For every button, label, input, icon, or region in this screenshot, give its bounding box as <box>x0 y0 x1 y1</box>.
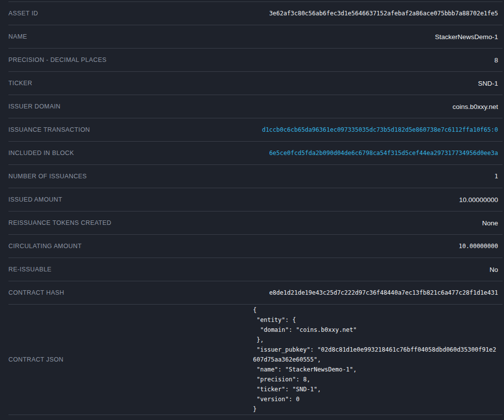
row-precision-decimal-places: PRECISION - DECIMAL PLACES8 <box>8 49 503 72</box>
row-label: CONTRACT HASH <box>8 289 64 296</box>
row-label: ISSUED AMOUNT <box>8 196 62 203</box>
row-asset-id: ASSET ID3e62af3c80c56ab6fec3d1e564663715… <box>8 2 503 25</box>
row-label: NUMBER OF ISSUANCES <box>8 173 87 180</box>
row-value: 10.00000000 <box>459 196 503 204</box>
row-label: ISSUER DOMAIN <box>8 103 60 110</box>
row-value: 1 <box>495 173 503 180</box>
row-number-of-issuances: NUMBER OF ISSUANCES1 <box>8 165 503 188</box>
row-value: None <box>482 219 503 227</box>
row-label: CONTRACT JSON <box>8 356 63 363</box>
row-value: 3e62af3c80c56ab6fec3d1e5646637152afebaf2… <box>269 10 503 17</box>
row-label: RE-ISSUABLE <box>8 266 51 273</box>
row-reissuance-tokens-created: REISSUANCE TOKENS CREATEDNone <box>8 211 503 235</box>
row-label: ASSET ID <box>8 10 38 17</box>
row-circulating-amount: CIRCULATING AMOUNT10.00000000 <box>8 235 503 258</box>
row-contract-hash: CONTRACT HASHe8de1d21de19e43c25d7c222d97… <box>8 281 503 305</box>
asset-details-table: ASSET ID3e62af3c80c56ab6fec3d1e564663715… <box>8 1 503 415</box>
included-in-block-link[interactable]: 6e5ce0fcd5fda2b090d04de6c6798ca54f315d5c… <box>269 150 503 157</box>
row-value: StackerNewsDemo-1 <box>435 33 503 41</box>
row-re-issuable: RE-ISSUABLENo <box>8 258 503 281</box>
row-value: SND-1 <box>478 80 503 87</box>
row-label: ISSUANCE TRANSACTION <box>8 126 90 133</box>
row-name: NAMEStackerNewsDemo-1 <box>8 25 503 49</box>
row-included-in-block: INCLUDED IN BLOCK6e5ce0fcd5fda2b090d04de… <box>8 142 503 165</box>
row-label: CIRCULATING AMOUNT <box>8 243 82 250</box>
row-ticker: TICKERSND-1 <box>8 72 503 95</box>
row-value: 10.00000000 <box>459 243 503 250</box>
row-value: e8de1d21de19e43c25d7c222d97c36f48440a7ec… <box>269 289 503 296</box>
row-label: PRECISION - DECIMAL PLACES <box>8 56 106 63</box>
issuance-transaction-link[interactable]: d1ccb0c6cb65da96361ec097335035dc73b5d182… <box>262 126 503 133</box>
contract-json: { "entity": { "domain": "coins.b0xxy.net… <box>253 305 498 414</box>
row-issued-amount: ISSUED AMOUNT10.00000000 <box>8 188 503 211</box>
row-value: 8 <box>494 56 503 64</box>
row-issuer-domain: ISSUER DOMAINcoins.b0xxy.net <box>8 95 503 118</box>
row-value: No <box>490 266 503 273</box>
row-label: TICKER <box>8 80 32 87</box>
row-issuance-transaction: ISSUANCE TRANSACTIONd1ccb0c6cb65da96361e… <box>8 118 503 142</box>
row-value: coins.b0xxy.net <box>453 103 503 110</box>
row-label: INCLUDED IN BLOCK <box>8 150 74 157</box>
row-label: REISSUANCE TOKENS CREATED <box>8 219 111 226</box>
row-contract-json: CONTRACT JSON{ "entity": { "domain": "co… <box>8 305 503 415</box>
row-label: NAME <box>8 33 27 40</box>
